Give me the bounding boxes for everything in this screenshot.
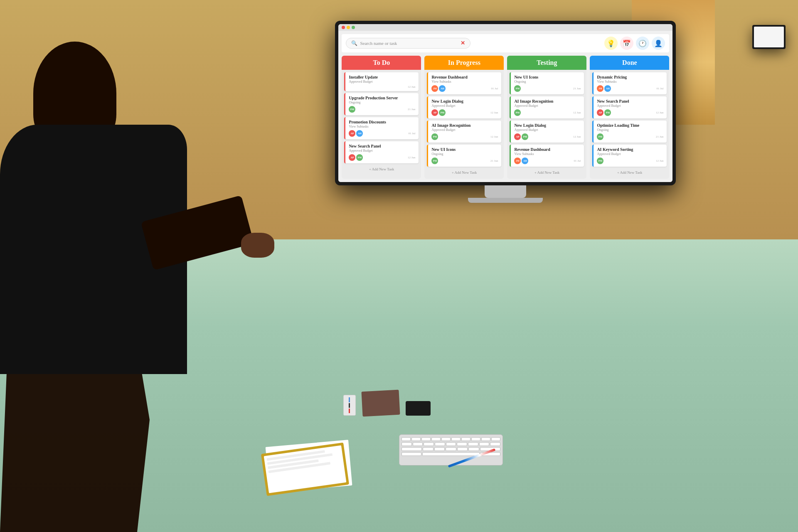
avatar: JM (514, 158, 521, 164)
task-title: Installer Update (349, 75, 415, 79)
task-subtitle: Approved Budget (431, 104, 498, 108)
column-testing: TestingNew UI IconsOngoingPM21 JunAI Ima… (507, 56, 586, 179)
monitor-base (468, 198, 543, 203)
task-card[interactable]: New Login DialogApproved BudgetAPPM12 Ju… (427, 96, 501, 118)
task-title: Upgrade Production Server (349, 96, 415, 100)
column-header-inprogress: In Progress (424, 56, 504, 70)
avatar: AH (604, 85, 611, 92)
column-todo: To DoInstaller UpdateApproved Budget12 J… (342, 56, 421, 179)
avatar: AH (439, 85, 446, 92)
column-body-done: Dynamic PricingView SubtasksJMAH01 JulNe… (590, 70, 669, 179)
task-card[interactable]: New Search PanelApproved BudgetAPPM12 Ju… (344, 141, 419, 163)
task-subtitle: Approved Budget (597, 152, 663, 156)
add-task-button-todo[interactable]: + Add New Task (344, 165, 419, 173)
task-date: 12 Jun (490, 111, 498, 114)
task-subtitle: Approved Budget (431, 128, 498, 132)
add-task-button-inprogress[interactable]: + Add New Task (427, 169, 501, 176)
task-card[interactable]: New UI IconsOngoingPM21 Jun (510, 72, 584, 94)
task-subtitle: Approved Budget (349, 149, 415, 153)
avatar: PM (431, 158, 438, 164)
task-footer: APPM12 Jun (349, 154, 415, 161)
column-body-testing: New UI IconsOngoingPM21 JunAI Image Reco… (507, 70, 586, 179)
task-card[interactable]: Optimize Loading TimeOngoingPM21 Jun (592, 121, 667, 143)
monitor-stand (485, 185, 526, 198)
second-monitor (752, 25, 786, 49)
column-inprogress: In ProgressRevenue DashboardView Subtask… (424, 56, 504, 179)
monitor-screen: 🔍 Search name or task ✕ 💡 📅 🕐 (338, 24, 672, 182)
search-clear-button[interactable]: ✕ (461, 40, 465, 47)
avatar: PM (514, 85, 521, 92)
avatar: AH (356, 130, 363, 137)
avatar: JM (597, 85, 603, 92)
task-footer: APPM12 Jun (431, 109, 498, 116)
window-titlebar (338, 24, 672, 31)
task-subtitle: Approved Budget (514, 128, 581, 132)
idea-icon: 💡 (607, 39, 615, 47)
avatar: PM (356, 154, 363, 161)
column-done: DoneDynamic PricingView SubtasksJMAH01 J… (590, 56, 669, 179)
task-footer: JMAH01 Jul (597, 85, 663, 92)
task-date: 01 Jul (574, 159, 581, 163)
task-card[interactable]: Revenue DashboardView SubtasksJMAH01 Jul (427, 72, 501, 94)
task-title: New Login Dialog (431, 99, 498, 103)
task-date: 21 Jun (573, 87, 581, 90)
clipboard-paper (264, 445, 346, 493)
desk-items (343, 391, 431, 416)
task-subtitle: Approved Budget (349, 80, 415, 84)
task-date: 12 Jun (490, 135, 498, 138)
window-close-button[interactable] (342, 26, 345, 29)
task-date: 12 Jun (656, 159, 663, 163)
task-title: New Search Panel (597, 99, 663, 103)
task-footer: PM21 Jun (349, 106, 415, 113)
column-body-inprogress: Revenue DashboardView SubtasksJMAH01 Jul… (424, 70, 504, 179)
window-minimize-button[interactable] (347, 26, 350, 29)
avatar: AP (597, 109, 603, 116)
task-footer: JMAH01 Jul (431, 85, 498, 92)
clock-icon-button[interactable]: 🕐 (636, 37, 649, 50)
monitor: 🔍 Search name or task ✕ 💡 📅 🕐 (335, 21, 676, 203)
avatar: PM (439, 109, 446, 116)
task-card[interactable]: New Search PanelApproved BudgetAPPM12 Ju… (592, 96, 667, 118)
search-area[interactable]: 🔍 Search name or task ✕ (346, 38, 470, 49)
app-container: 🔍 Search name or task ✕ 💡 📅 🕐 (338, 31, 672, 182)
task-footer: PM12 Jun (514, 109, 581, 116)
task-card[interactable]: AI Keyword SortingApproved BudgetPM12 Ju… (592, 145, 667, 167)
task-subtitle: View Subtasks (431, 80, 498, 84)
avatar: AP (349, 154, 355, 161)
avatars-group: APPM (349, 154, 363, 161)
task-footer: APAH01 Jul (349, 130, 415, 137)
task-title: New UI Icons (431, 147, 498, 152)
task-title: New Search Panel (349, 144, 415, 148)
task-card[interactable]: Promotion DiscountsView SubtasksAPAH01 J… (344, 117, 419, 139)
task-footer: APPM12 Jun (597, 109, 663, 116)
search-placeholder[interactable]: Search name or task (360, 41, 458, 46)
user-icon-button[interactable]: 👤 (652, 37, 665, 50)
pen-cup (343, 395, 356, 416)
task-date: 01 Jul (656, 87, 663, 90)
task-card[interactable]: New UI IconsOngoingPM21 Jun (427, 145, 501, 167)
task-footer: PM21 Jun (514, 85, 581, 92)
avatars-group: PM (597, 158, 603, 164)
column-header-testing: Testing (507, 56, 586, 70)
calendar-icon-button[interactable]: 📅 (620, 37, 633, 50)
task-subtitle: Ongoing (349, 101, 415, 104)
add-task-button-testing[interactable]: + Add New Task (510, 169, 584, 176)
task-card[interactable]: Revenue DashboardView SubtasksJMAH01 Jul (510, 145, 584, 167)
task-card[interactable]: AI Image RecognitionApproved BudgetPM12 … (427, 121, 501, 143)
idea-icon-button[interactable]: 💡 (604, 37, 618, 50)
task-card[interactable]: Installer UpdateApproved Budget12 Jun (344, 72, 419, 91)
task-title: AI Image Recognition (514, 99, 581, 103)
window-maximize-button[interactable] (352, 26, 355, 29)
task-card[interactable]: New Login DialogApproved BudgetAPPM12 Ju… (510, 121, 584, 143)
add-task-button-done[interactable]: + Add New Task (592, 169, 667, 176)
task-footer: PM21 Jun (431, 158, 498, 164)
avatar: AH (522, 158, 528, 164)
task-card[interactable]: Dynamic PricingView SubtasksJMAH01 Jul (592, 72, 667, 94)
kanban-board: To DoInstaller UpdateApproved Budget12 J… (342, 56, 669, 179)
task-card[interactable]: Upgrade Production ServerOngoingPM21 Jun (344, 93, 419, 115)
avatars-group: APAH (349, 130, 363, 137)
notebook (361, 390, 400, 417)
task-card[interactable]: AI Image RecognitionApproved BudgetPM12 … (510, 96, 584, 118)
avatars-group: APPM (597, 109, 611, 116)
avatar: PM (349, 106, 355, 113)
